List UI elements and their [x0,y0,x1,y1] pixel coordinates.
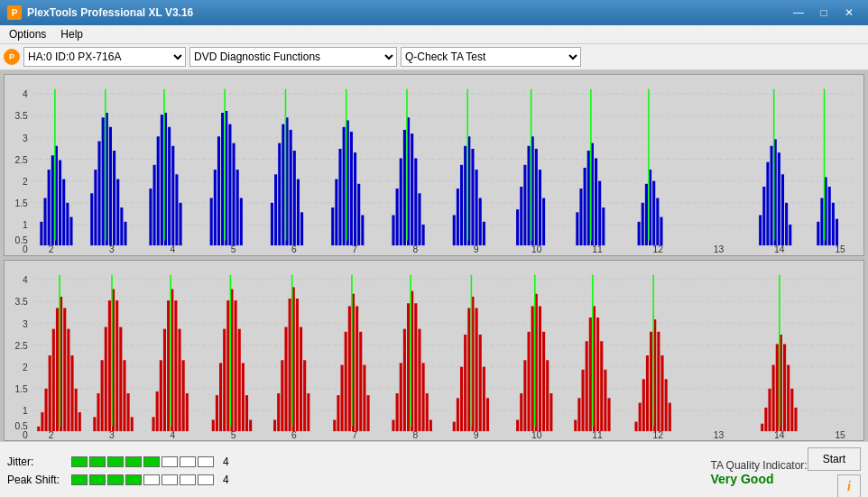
svg-rect-258 [400,363,402,431]
svg-rect-42 [94,170,97,245]
jitter-label: Jitter: [7,456,66,468]
drive-select[interactable]: HA:0 ID:0 PX-716A [23,47,186,67]
svg-rect-79 [297,179,300,246]
test-select[interactable]: Q-Check TA Test [401,47,581,67]
jitter-seg-8 [198,456,214,467]
svg-rect-272 [467,308,470,431]
jitter-seg-6 [162,456,178,467]
svg-rect-131 [642,203,644,245]
svg-rect-248 [345,331,347,430]
menu-help[interactable]: Help [55,27,88,41]
svg-rect-100 [422,225,425,245]
close-button[interactable]: ✕ [837,4,861,22]
svg-rect-83 [335,179,337,246]
svg-rect-207 [123,360,125,431]
svg-text:2: 2 [23,177,28,187]
svg-rect-211 [152,417,154,431]
svg-rect-200 [97,393,99,431]
menu-options[interactable]: Options [4,27,51,41]
svg-rect-219 [182,360,185,431]
svg-rect-242 [303,360,306,431]
start-button[interactable]: Start [808,447,861,471]
svg-text:2.5: 2.5 [15,340,29,350]
svg-text:2.5: 2.5 [15,155,29,165]
svg-text:3: 3 [23,318,28,328]
svg-rect-102 [453,215,456,245]
maximize-button[interactable]: □ [812,4,836,22]
top-chart: 4 3.5 3 2.5 2 1.5 1 0.5 0 2 3 4 5 6 7 8 … [4,74,864,256]
svg-rect-214 [163,328,166,430]
svg-rect-243 [307,393,309,431]
function-select[interactable]: DVD Diagnostic Functions [189,47,397,67]
svg-rect-229 [238,328,241,430]
app-title: PlexTools Professional XL V3.16 [27,6,193,19]
svg-rect-95 [403,130,406,245]
svg-rect-121 [576,212,578,245]
svg-rect-235 [277,393,280,431]
svg-rect-246 [337,395,339,431]
svg-rect-118 [539,170,541,245]
svg-rect-191 [56,308,59,431]
svg-rect-245 [333,419,336,431]
svg-rect-259 [403,328,406,430]
svg-rect-279 [516,419,519,431]
svg-rect-193 [63,308,66,431]
svg-rect-153 [836,219,838,245]
svg-rect-274 [476,308,478,431]
charts-container: 4 3.5 3 2.5 2 1.5 1 0.5 0 2 3 4 5 6 7 8 … [0,70,868,441]
right-buttons: Start i [808,447,861,497]
svg-text:9: 9 [474,430,479,440]
svg-text:2: 2 [49,244,54,254]
svg-text:4: 4 [170,430,175,440]
svg-rect-146 [789,225,791,245]
svg-rect-110 [483,222,485,245]
minimize-button[interactable]: — [787,4,810,22]
svg-text:2: 2 [49,430,54,440]
svg-rect-92 [392,215,394,245]
svg-rect-318 [783,344,786,431]
svg-text:10: 10 [531,430,542,440]
svg-rect-190 [52,328,55,430]
svg-rect-254 [366,395,369,431]
svg-rect-296 [596,318,599,431]
svg-rect-249 [348,306,351,431]
svg-text:2: 2 [23,362,28,372]
svg-rect-186 [37,426,40,430]
svg-text:5: 5 [231,244,236,254]
drive-icon: P [4,49,20,65]
svg-rect-213 [160,360,162,431]
svg-rect-117 [535,149,538,245]
toolbar: P HA:0 ID:0 PX-716A DVD Diagnostic Funct… [0,44,868,70]
svg-rect-78 [293,151,296,245]
svg-rect-144 [781,174,784,245]
svg-rect-143 [778,152,780,245]
jitter-seg-7 [180,456,196,467]
svg-rect-285 [539,306,541,431]
svg-rect-149 [820,198,823,246]
app-icon: P [7,5,22,20]
svg-rect-103 [457,189,459,245]
svg-rect-224 [219,363,222,431]
svg-text:1.5: 1.5 [15,384,29,394]
svg-rect-308 [660,355,663,431]
svg-rect-77 [290,130,292,245]
svg-rect-265 [426,393,429,431]
svg-rect-231 [245,395,248,431]
svg-rect-275 [479,335,482,431]
svg-rect-34 [51,155,54,245]
svg-text:0.5: 0.5 [15,421,29,431]
svg-rect-321 [794,407,797,430]
svg-text:12: 12 [653,430,664,440]
svg-text:9: 9 [474,244,479,254]
peak-seg-2 [89,474,106,485]
svg-rect-44 [102,117,105,245]
peak-seg-3 [107,474,124,485]
peak-shift-label: Peak Shift: [7,474,66,486]
svg-text:6: 6 [291,244,297,254]
info-button[interactable]: i [837,474,861,497]
svg-rect-73 [274,174,277,245]
peak-shift-value: 4 [223,474,229,486]
svg-rect-46 [109,127,112,245]
svg-rect-108 [476,170,478,245]
svg-rect-67 [228,124,231,245]
